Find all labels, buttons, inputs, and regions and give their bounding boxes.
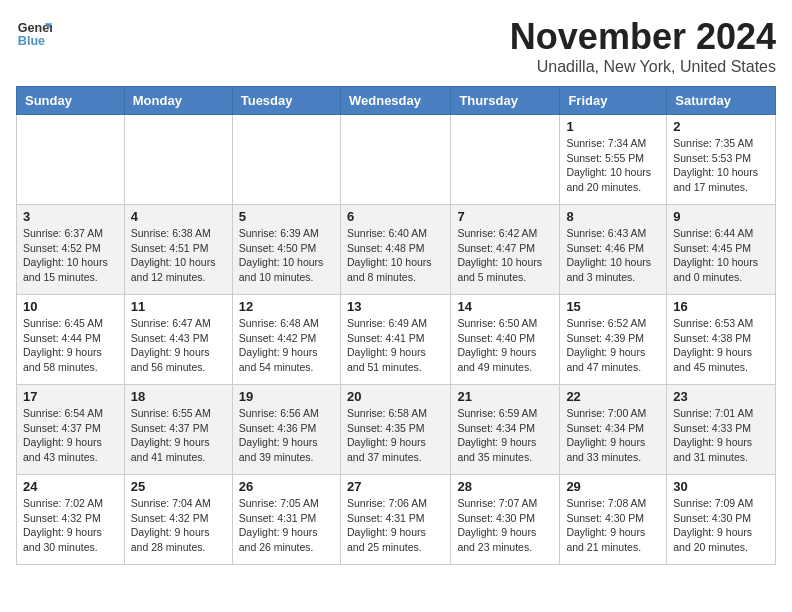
week-row-4: 17Sunrise: 6:54 AM Sunset: 4:37 PM Dayli… [17,385,776,475]
day-number: 24 [23,479,118,494]
day-number: 1 [566,119,660,134]
day-info: Sunrise: 7:34 AM Sunset: 5:55 PM Dayligh… [566,136,660,195]
day-info: Sunrise: 7:00 AM Sunset: 4:34 PM Dayligh… [566,406,660,465]
calendar-cell: 14Sunrise: 6:50 AM Sunset: 4:40 PM Dayli… [451,295,560,385]
svg-text:Blue: Blue [18,34,45,48]
day-number: 26 [239,479,334,494]
calendar-cell: 16Sunrise: 6:53 AM Sunset: 4:38 PM Dayli… [667,295,776,385]
day-info: Sunrise: 6:58 AM Sunset: 4:35 PM Dayligh… [347,406,444,465]
day-info: Sunrise: 6:45 AM Sunset: 4:44 PM Dayligh… [23,316,118,375]
day-number: 11 [131,299,226,314]
day-info: Sunrise: 6:43 AM Sunset: 4:46 PM Dayligh… [566,226,660,285]
day-info: Sunrise: 7:05 AM Sunset: 4:31 PM Dayligh… [239,496,334,555]
day-number: 28 [457,479,553,494]
day-header-tuesday: Tuesday [232,87,340,115]
week-row-1: 1Sunrise: 7:34 AM Sunset: 5:55 PM Daylig… [17,115,776,205]
calendar-cell: 27Sunrise: 7:06 AM Sunset: 4:31 PM Dayli… [340,475,450,565]
calendar-cell: 8Sunrise: 6:43 AM Sunset: 4:46 PM Daylig… [560,205,667,295]
day-info: Sunrise: 7:02 AM Sunset: 4:32 PM Dayligh… [23,496,118,555]
day-info: Sunrise: 7:01 AM Sunset: 4:33 PM Dayligh… [673,406,769,465]
day-number: 30 [673,479,769,494]
day-number: 18 [131,389,226,404]
day-number: 23 [673,389,769,404]
day-info: Sunrise: 7:09 AM Sunset: 4:30 PM Dayligh… [673,496,769,555]
week-row-3: 10Sunrise: 6:45 AM Sunset: 4:44 PM Dayli… [17,295,776,385]
day-header-wednesday: Wednesday [340,87,450,115]
calendar-cell: 19Sunrise: 6:56 AM Sunset: 4:36 PM Dayli… [232,385,340,475]
calendar-cell: 23Sunrise: 7:01 AM Sunset: 4:33 PM Dayli… [667,385,776,475]
day-info: Sunrise: 6:55 AM Sunset: 4:37 PM Dayligh… [131,406,226,465]
calendar-cell: 26Sunrise: 7:05 AM Sunset: 4:31 PM Dayli… [232,475,340,565]
calendar-cell: 21Sunrise: 6:59 AM Sunset: 4:34 PM Dayli… [451,385,560,475]
day-info: Sunrise: 7:04 AM Sunset: 4:32 PM Dayligh… [131,496,226,555]
calendar-table: SundayMondayTuesdayWednesdayThursdayFrid… [16,86,776,565]
day-header-friday: Friday [560,87,667,115]
day-info: Sunrise: 7:08 AM Sunset: 4:30 PM Dayligh… [566,496,660,555]
day-info: Sunrise: 6:52 AM Sunset: 4:39 PM Dayligh… [566,316,660,375]
calendar-cell: 1Sunrise: 7:34 AM Sunset: 5:55 PM Daylig… [560,115,667,205]
month-title: November 2024 [510,16,776,58]
day-info: Sunrise: 6:42 AM Sunset: 4:47 PM Dayligh… [457,226,553,285]
day-number: 14 [457,299,553,314]
day-number: 2 [673,119,769,134]
day-number: 9 [673,209,769,224]
calendar-cell: 6Sunrise: 6:40 AM Sunset: 4:48 PM Daylig… [340,205,450,295]
day-number: 21 [457,389,553,404]
day-number: 17 [23,389,118,404]
day-header-sunday: Sunday [17,87,125,115]
day-info: Sunrise: 6:50 AM Sunset: 4:40 PM Dayligh… [457,316,553,375]
calendar-cell: 15Sunrise: 6:52 AM Sunset: 4:39 PM Dayli… [560,295,667,385]
day-number: 3 [23,209,118,224]
day-number: 16 [673,299,769,314]
page-header: General Blue November 2024 Unadilla, New… [16,16,776,76]
calendar-cell: 12Sunrise: 6:48 AM Sunset: 4:42 PM Dayli… [232,295,340,385]
day-info: Sunrise: 6:47 AM Sunset: 4:43 PM Dayligh… [131,316,226,375]
day-number: 13 [347,299,444,314]
day-info: Sunrise: 6:40 AM Sunset: 4:48 PM Dayligh… [347,226,444,285]
day-number: 6 [347,209,444,224]
day-number: 25 [131,479,226,494]
day-info: Sunrise: 6:53 AM Sunset: 4:38 PM Dayligh… [673,316,769,375]
calendar-cell: 13Sunrise: 6:49 AM Sunset: 4:41 PM Dayli… [340,295,450,385]
calendar-cell: 7Sunrise: 6:42 AM Sunset: 4:47 PM Daylig… [451,205,560,295]
calendar-cell: 5Sunrise: 6:39 AM Sunset: 4:50 PM Daylig… [232,205,340,295]
day-number: 19 [239,389,334,404]
logo: General Blue [16,16,52,52]
day-number: 29 [566,479,660,494]
day-info: Sunrise: 6:59 AM Sunset: 4:34 PM Dayligh… [457,406,553,465]
day-number: 20 [347,389,444,404]
day-info: Sunrise: 6:37 AM Sunset: 4:52 PM Dayligh… [23,226,118,285]
day-info: Sunrise: 6:49 AM Sunset: 4:41 PM Dayligh… [347,316,444,375]
day-number: 10 [23,299,118,314]
calendar-cell: 29Sunrise: 7:08 AM Sunset: 4:30 PM Dayli… [560,475,667,565]
calendar-cell: 2Sunrise: 7:35 AM Sunset: 5:53 PM Daylig… [667,115,776,205]
calendar-cell: 30Sunrise: 7:09 AM Sunset: 4:30 PM Dayli… [667,475,776,565]
calendar-cell: 3Sunrise: 6:37 AM Sunset: 4:52 PM Daylig… [17,205,125,295]
day-header-saturday: Saturday [667,87,776,115]
day-info: Sunrise: 6:38 AM Sunset: 4:51 PM Dayligh… [131,226,226,285]
header-row: SundayMondayTuesdayWednesdayThursdayFrid… [17,87,776,115]
day-number: 8 [566,209,660,224]
day-info: Sunrise: 7:07 AM Sunset: 4:30 PM Dayligh… [457,496,553,555]
day-info: Sunrise: 6:39 AM Sunset: 4:50 PM Dayligh… [239,226,334,285]
calendar-cell [232,115,340,205]
week-row-5: 24Sunrise: 7:02 AM Sunset: 4:32 PM Dayli… [17,475,776,565]
calendar-cell [17,115,125,205]
day-number: 4 [131,209,226,224]
calendar-cell: 4Sunrise: 6:38 AM Sunset: 4:51 PM Daylig… [124,205,232,295]
day-number: 7 [457,209,553,224]
calendar-cell: 24Sunrise: 7:02 AM Sunset: 4:32 PM Dayli… [17,475,125,565]
calendar-cell: 18Sunrise: 6:55 AM Sunset: 4:37 PM Dayli… [124,385,232,475]
calendar-cell: 20Sunrise: 6:58 AM Sunset: 4:35 PM Dayli… [340,385,450,475]
day-info: Sunrise: 6:56 AM Sunset: 4:36 PM Dayligh… [239,406,334,465]
calendar-cell [124,115,232,205]
day-header-monday: Monday [124,87,232,115]
day-number: 22 [566,389,660,404]
day-info: Sunrise: 6:44 AM Sunset: 4:45 PM Dayligh… [673,226,769,285]
calendar-cell [451,115,560,205]
calendar-cell: 25Sunrise: 7:04 AM Sunset: 4:32 PM Dayli… [124,475,232,565]
calendar-cell: 11Sunrise: 6:47 AM Sunset: 4:43 PM Dayli… [124,295,232,385]
title-section: November 2024 Unadilla, New York, United… [510,16,776,76]
day-info: Sunrise: 6:48 AM Sunset: 4:42 PM Dayligh… [239,316,334,375]
day-info: Sunrise: 6:54 AM Sunset: 4:37 PM Dayligh… [23,406,118,465]
